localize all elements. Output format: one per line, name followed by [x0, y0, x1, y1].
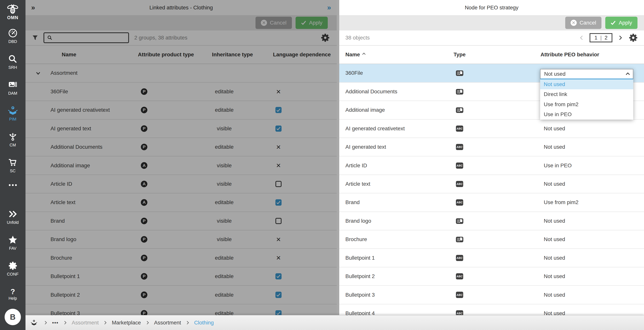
table-row[interactable]: Article textABCNot used [339, 175, 644, 193]
breadcrumb-more[interactable]: ••• [52, 320, 58, 326]
table-row[interactable]: Additional imageAvisible× [26, 156, 337, 175]
apply-button[interactable]: Apply [605, 17, 638, 29]
attribute-name: Bulletpoint 1 [50, 267, 80, 285]
file-type-icon [456, 70, 464, 76]
column-header[interactable]: Attribute product type [138, 46, 194, 64]
dropdown-option[interactable]: Use in PEO [540, 110, 633, 120]
cancel-x-icon: ✕ [261, 20, 267, 26]
sidebar-item-label: DAM [8, 91, 18, 96]
language-dependence-checkbox[interactable] [276, 126, 282, 132]
dropdown-option[interactable]: Use from pim2 [540, 100, 633, 110]
cancel-button[interactable]: ✕ Cancel [565, 17, 602, 29]
language-dependence-checkbox[interactable] [276, 199, 282, 206]
table-row[interactable]: AI generated textPvisible [26, 120, 337, 138]
table-row[interactable]: Brochure Not used [339, 230, 644, 249]
content-area: » Linked attributes - Clothing » ✕ Cance… [26, 0, 644, 330]
sidebar-item-dbd[interactable]: DBD [0, 26, 26, 46]
table-row[interactable]: Bulletpoint 2Peditable [26, 286, 337, 304]
language-dependence-checkbox[interactable] [276, 218, 282, 224]
table-row[interactable]: Bulletpoint 3ABCNot used [339, 286, 644, 304]
table-row[interactable]: Article IDAvisible [26, 175, 337, 193]
table-row[interactable]: BrandABCUse from pim2 [339, 193, 644, 212]
text-type-icon: ABC [456, 181, 464, 187]
attribute-name: Bulletpoint 2 [50, 286, 80, 304]
group-label: Assortment [50, 64, 78, 82]
collapse-panel-icon[interactable]: » [31, 4, 35, 12]
sidebar-item-label: DBD [8, 39, 17, 44]
table-row[interactable]: AI generated creativetextPeditable [26, 101, 337, 120]
sidebar-item-label: SRH [8, 65, 17, 70]
sidebar-item-dam[interactable]: DAM [0, 78, 26, 98]
dropdown-option[interactable]: Direct link [540, 89, 633, 100]
left-toolbar: ✕ Cancel Apply [26, 15, 337, 30]
chevron-down-icon[interactable] [36, 64, 40, 82]
sidebar-item-sc[interactable]: SC [0, 155, 26, 176]
dropdown-control[interactable]: Not used [540, 69, 633, 79]
language-dependence-checkbox[interactable] [276, 107, 282, 113]
table-row[interactable]: Brand logoPvisible× [26, 230, 337, 249]
user-avatar[interactable]: B [4, 309, 21, 325]
language-dependence-checkbox[interactable] [276, 181, 282, 187]
table-row[interactable]: Article IDABCUse in PEO [339, 156, 644, 175]
cancel-button[interactable]: ✕ Cancel [256, 17, 292, 29]
inheritance-type: editable [215, 249, 234, 267]
inheritance-type: visible [217, 212, 232, 230]
filter-funnel-icon[interactable] [32, 34, 38, 41]
sidebar-item-unfold[interactable]: Unfold [0, 206, 26, 227]
sidebar-item-fav[interactable]: FAV [0, 232, 26, 253]
page-indicator[interactable]: 1 | 2 [590, 33, 612, 42]
right-settings-gear-icon[interactable] [628, 32, 639, 43]
app-sidebar: OMN DBD SRH DAM P PIM CM SC UnfoldFAV CO… [0, 0, 26, 330]
column-header[interactable]: Inheritance type [212, 46, 253, 64]
sidebar-item-cm[interactable]: CM [0, 129, 26, 150]
sidebar-item-label: Help [8, 296, 17, 301]
panel-divider[interactable] [337, 0, 339, 330]
text-type-icon: ABC [456, 144, 464, 150]
inheritance-type: visible [217, 120, 232, 138]
sidebar-item-pim[interactable]: P PIM [0, 103, 26, 124]
breadcrumb-item[interactable]: Marketplace [112, 320, 141, 326]
table-row[interactable]: Bulletpoint 2ABCNot used [339, 267, 644, 286]
table-row[interactable]: Bulletpoint 1Peditable [26, 267, 337, 286]
column-header[interactable]: Name [62, 46, 76, 64]
sidebar-item-more[interactable] [0, 179, 26, 191]
page-next-icon[interactable] [617, 35, 623, 41]
omn-logo[interactable]: OMN [6, 3, 19, 20]
language-dependence-checkbox[interactable] [276, 273, 282, 280]
svg-text:P: P [33, 320, 34, 322]
page-current: 1 [594, 35, 598, 41]
table-row[interactable]: Brand logo Not used [339, 212, 644, 230]
pim-breadcrumb-icon[interactable]: P [30, 319, 38, 326]
breadcrumb-chevron-icon [185, 320, 190, 325]
sidebar-item-conf[interactable]: CONF [0, 258, 26, 279]
right-toolbar: ✕ Cancel Apply [339, 15, 644, 30]
breadcrumb-item[interactable]: Assortment [72, 320, 99, 326]
table-row[interactable]: AI generated textABCNot used [339, 138, 644, 156]
table-row[interactable]: Additional DocumentsPeditable× [26, 138, 337, 156]
sidebar-item-srh[interactable]: SRH [0, 52, 26, 72]
table-row[interactable]: AI generated creativetextABCNot used [339, 120, 644, 138]
table-row[interactable]: BrandPvisible [26, 212, 337, 230]
gauge-icon [8, 28, 18, 38]
dropdown-option[interactable]: Not used [540, 79, 633, 90]
group-row-assortment[interactable]: Assortment [26, 64, 337, 82]
expand-panel-icon[interactable]: » [327, 4, 331, 12]
page-prev-icon[interactable] [579, 35, 584, 41]
attribute-search-box [44, 32, 129, 43]
breadcrumb-item[interactable]: Clothing [194, 320, 214, 326]
language-dependence-checkbox[interactable] [276, 292, 282, 298]
table-row[interactable]: 360FilePeditable× [26, 82, 337, 101]
table-row[interactable]: Bulletpoint 1ABCNot used [339, 249, 644, 267]
column-header[interactable]: Name [346, 46, 366, 64]
column-header[interactable]: Language dependence [273, 46, 331, 64]
breadcrumb-item[interactable]: Assortment [154, 320, 181, 326]
product-type-badge: P [141, 144, 148, 150]
apply-button[interactable]: Apply [296, 17, 328, 29]
search-input[interactable] [55, 35, 126, 41]
left-settings-gear-icon[interactable] [320, 32, 330, 43]
column-header[interactable]: Attribute PEO behavior [540, 46, 599, 64]
column-header[interactable]: Type [454, 46, 466, 64]
sidebar-item-help[interactable]: ?Help [0, 284, 26, 305]
table-row[interactable]: Article textAeditable [26, 193, 337, 212]
table-row[interactable]: BrochurePeditable× [26, 249, 337, 267]
